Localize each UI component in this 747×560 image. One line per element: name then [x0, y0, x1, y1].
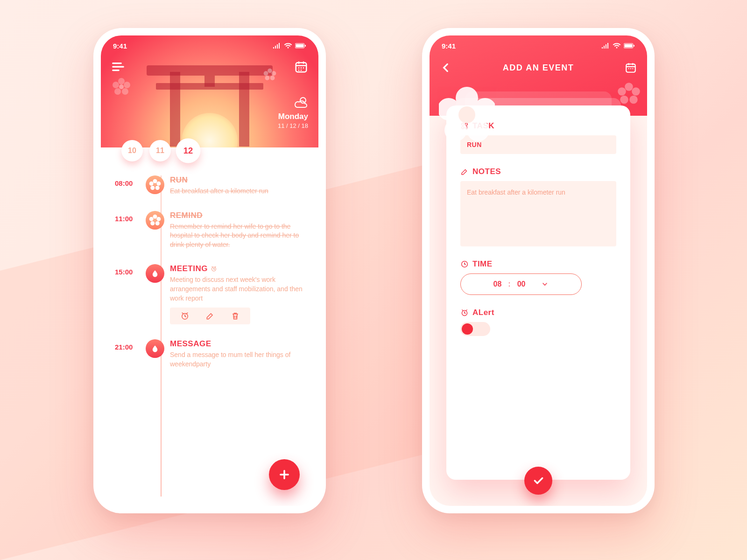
svg-rect-1 [296, 44, 304, 48]
svg-rect-37 [634, 45, 634, 47]
event-title: RUN [170, 175, 304, 185]
blossom-decoration [112, 77, 131, 96]
status-bar: 9:41 [430, 35, 647, 56]
event-time: 08:00 [115, 175, 143, 196]
blossom-decoration [439, 87, 495, 143]
svg-point-21 [153, 179, 157, 183]
calendar-icon[interactable] [625, 62, 637, 74]
event-time: 11:00 [115, 211, 143, 250]
event-desc: Remember to remind her wife to go to the… [170, 222, 304, 250]
event-desc: Send a message to mum tell her things of… [170, 350, 304, 369]
day-weather: Monday 11 / 12 / 18 [278, 96, 308, 129]
wifi-icon [284, 43, 292, 49]
svg-point-8 [119, 84, 124, 89]
timeline-item[interactable]: 21:00 MESSAGE Send a message to mum tell… [115, 339, 304, 369]
clock-icon [460, 260, 469, 268]
notes-section: NOTES Eat breakfast after a kilometer ru… [460, 167, 616, 246]
svg-rect-2 [305, 45, 306, 47]
day-date: 11 / 12 / 18 [278, 122, 308, 129]
time-min: 00 [517, 280, 526, 288]
event-actions [170, 308, 250, 324]
svg-point-11 [270, 76, 275, 80]
time-picker[interactable]: 08 : 00 [460, 273, 582, 295]
svg-point-5 [122, 88, 128, 95]
svg-rect-36 [625, 44, 633, 48]
day-chip[interactable]: 10 [121, 140, 143, 161]
svg-point-44 [629, 96, 638, 104]
svg-point-43 [632, 87, 640, 96]
svg-point-20 [300, 98, 306, 103]
wifi-icon [613, 43, 621, 49]
svg-point-31 [149, 217, 154, 221]
edit-action[interactable] [205, 311, 215, 321]
confirm-button[interactable] [524, 467, 552, 495]
blossom-decoration [617, 82, 641, 105]
chevron-down-icon [541, 280, 549, 288]
svg-point-40 [630, 68, 631, 69]
event-desc: Meeting to discuss next week's work arra… [170, 275, 304, 303]
svg-point-30 [150, 221, 155, 225]
weather-icon [292, 96, 308, 109]
add-event-card: TASK RUN NOTES Eat breakfast after a kil… [446, 105, 630, 480]
alert-toggle[interactable] [460, 322, 490, 336]
signal-icon [273, 43, 281, 49]
timeline-item[interactable]: 11:00 REMIND Remember to remind her wife… [115, 211, 304, 250]
svg-point-17 [303, 67, 304, 69]
alert-section: ALert [460, 308, 616, 336]
event-title: MEETING [170, 264, 304, 273]
timeline-item[interactable]: 15:00 MEETING Meeting to discuss next we… [115, 264, 304, 324]
svg-point-32 [154, 219, 156, 222]
delete-action[interactable] [231, 311, 240, 321]
timeline: 08:00 RUN Eat breakfast after a kilomete… [101, 175, 318, 506]
event-node [146, 339, 164, 358]
svg-point-52 [458, 106, 475, 123]
notes-input[interactable]: Eat breakfast after a kilometer run [460, 181, 616, 246]
edit-icon [460, 168, 469, 176]
timeline-item[interactable]: 08:00 RUN Eat breakfast after a kilomete… [115, 175, 304, 196]
status-indicators [273, 43, 306, 49]
menu-icon[interactable] [111, 60, 125, 74]
notes-label: NOTES [472, 167, 501, 176]
add-event-button[interactable] [269, 459, 300, 490]
event-node [146, 175, 164, 194]
event-node [146, 211, 164, 230]
page-title: ADD AN EVENT [503, 63, 574, 73]
svg-point-45 [620, 96, 628, 104]
svg-point-6 [114, 88, 121, 95]
battery-icon [624, 43, 635, 49]
event-desc: Eat breakfast after a kilometer run [170, 187, 304, 196]
svg-point-18 [298, 70, 300, 71]
svg-point-41 [632, 68, 633, 69]
event-node [146, 264, 164, 283]
svg-point-4 [124, 82, 130, 88]
svg-point-39 [628, 68, 629, 69]
svg-point-22 [156, 182, 161, 186]
status-bar: 9:41 [101, 35, 318, 56]
back-button[interactable] [440, 62, 452, 74]
time-section: TIME 08 : 00 [460, 259, 616, 295]
svg-point-15 [298, 67, 300, 69]
svg-point-27 [153, 214, 157, 218]
svg-point-42 [625, 83, 633, 91]
svg-point-16 [301, 67, 302, 69]
timer-icon [211, 266, 217, 272]
day-chip[interactable]: 11 [149, 140, 171, 161]
check-icon [532, 475, 544, 487]
event-title: REMIND [170, 211, 304, 220]
day-chip[interactable]: 12 [176, 139, 201, 163]
svg-point-28 [156, 217, 161, 221]
calendar-icon[interactable] [294, 60, 308, 74]
plus-icon [278, 468, 291, 481]
svg-point-12 [265, 76, 270, 80]
timer-action[interactable] [180, 311, 190, 321]
svg-point-3 [118, 78, 125, 84]
signal-icon [601, 43, 610, 49]
time-label: TIME [472, 259, 493, 269]
svg-point-23 [155, 186, 160, 190]
event-time: 21:00 [115, 339, 143, 369]
status-indicators [601, 43, 635, 49]
event-title: MESSAGE [170, 339, 304, 349]
svg-point-19 [301, 70, 302, 71]
time-hour: 08 [493, 280, 502, 288]
status-time: 9:41 [113, 42, 127, 50]
